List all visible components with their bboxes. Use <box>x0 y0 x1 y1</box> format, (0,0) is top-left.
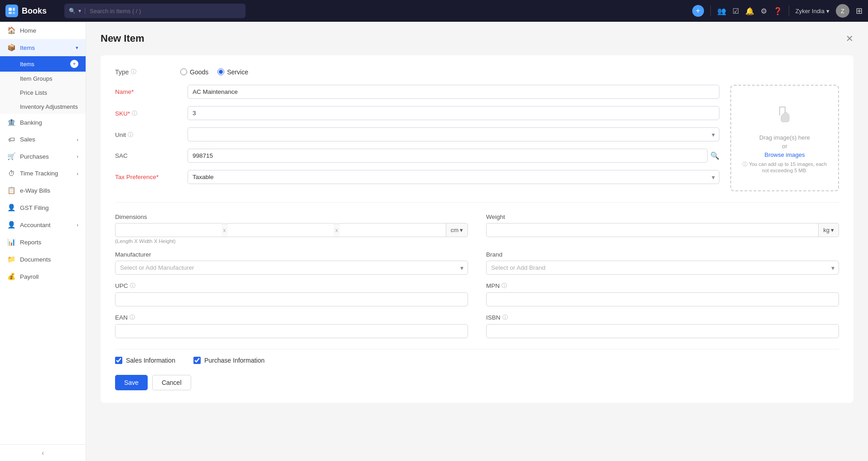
gst-icon: 👤 <box>7 204 15 212</box>
sidebar-item-documents[interactable]: 📁 Documents <box>0 251 86 268</box>
sidebar-item-items[interactable]: 📦 Items ▾ <box>0 39 86 56</box>
dim-unit-button[interactable]: cm ▾ <box>446 223 468 237</box>
sidebar-collapse-button[interactable]: ‹ <box>0 444 86 461</box>
browse-images-link[interactable]: Browse images <box>765 151 805 158</box>
apps-grid-icon[interactable]: ⊞ <box>856 6 863 16</box>
dimensions-label: Dimensions <box>115 214 468 220</box>
bell-icon[interactable]: 🔔 <box>745 7 754 15</box>
app-logo[interactable]: Books <box>5 5 60 17</box>
payroll-icon: 💰 <box>7 272 15 281</box>
unit-help-icon[interactable]: ⓘ <box>128 131 133 139</box>
tax-select[interactable]: Taxable Non-Taxable Exempt <box>188 170 719 184</box>
type-label: Type ⓘ <box>115 68 169 76</box>
settings-icon[interactable]: ⚙ <box>761 7 767 15</box>
sku-help-icon[interactable]: ⓘ <box>132 110 137 117</box>
sidebar-item-time-tracking[interactable]: ⏱ Time Tracking › <box>0 165 86 182</box>
name-input[interactable] <box>188 85 719 99</box>
eway-icon: 📋 <box>7 186 15 194</box>
time-tracking-icon: ⏱ <box>7 170 15 177</box>
ean-input[interactable] <box>115 324 468 338</box>
sidebar-item-item-groups[interactable]: Item Groups <box>0 72 86 86</box>
manufacturer-select[interactable]: Select or Add Manufacturer <box>115 261 468 275</box>
tax-row: Tax Preference* Taxable Non-Taxable Exem… <box>115 170 719 184</box>
image-upload-area[interactable]: Drag image(s) here or Browse images ⓘ Yo… <box>730 85 839 191</box>
type-help-icon[interactable]: ⓘ <box>131 68 136 76</box>
weight-input-group: kg ▾ <box>486 223 839 237</box>
sidebar-item-sales[interactable]: 🏷 Sales › <box>0 131 86 148</box>
mpn-help-icon[interactable]: ⓘ <box>502 282 507 290</box>
sales-info-checkbox[interactable] <box>115 357 122 364</box>
sac-search-icon[interactable]: 🔍 <box>710 151 719 160</box>
save-button[interactable]: Save <box>115 375 148 390</box>
items-icon: 📦 <box>7 44 15 52</box>
reports-icon: 📊 <box>7 238 15 246</box>
dimension-length-input[interactable] <box>115 223 222 237</box>
weight-input[interactable] <box>486 223 818 237</box>
dimension-width-input[interactable] <box>228 223 334 237</box>
form-fields: Name* SKU* ⓘ <box>115 85 719 191</box>
search-icon: 🔍 <box>69 8 76 14</box>
cancel-button[interactable]: Cancel <box>152 375 191 390</box>
purchase-info-checkbox[interactable] <box>193 357 201 364</box>
topnav: Books 🔍 ▾ + 👥 ☑ 🔔 ⚙ ❓ Zyker India ▾ Z ⊞ <box>0 0 868 22</box>
weight-field: Weight kg ▾ <box>486 214 839 244</box>
type-goods-option[interactable]: Goods <box>180 68 208 76</box>
type-service-option[interactable]: Service <box>217 68 248 76</box>
isbn-help-icon[interactable]: ⓘ <box>502 314 508 321</box>
sidebar-item-accountant[interactable]: 👤 Accountant › <box>0 216 86 233</box>
purchase-info-checkbox-label[interactable]: Purchase Information <box>193 357 265 364</box>
isbn-input[interactable] <box>486 324 839 338</box>
user-avatar[interactable]: Z <box>836 4 849 18</box>
brand-field: Brand Select or Add Brand <box>486 251 839 275</box>
unit-select[interactable] <box>188 127 719 141</box>
type-goods-radio[interactable] <box>180 68 187 75</box>
sidebar-item-home[interactable]: 🏠 Home <box>0 22 86 39</box>
sidebar-item-gst-filing[interactable]: 👤 GST Filing <box>0 199 86 216</box>
sac-label: SAC <box>115 149 188 159</box>
sidebar-item-reports[interactable]: 📊 Reports <box>0 233 86 251</box>
sales-info-checkbox-label[interactable]: Sales Information <box>115 357 175 364</box>
documents-icon: 📁 <box>7 255 15 263</box>
sac-input[interactable] <box>188 149 708 163</box>
add-item-button[interactable]: + <box>70 60 78 68</box>
sidebar-item-price-lists[interactable]: Price Lists <box>0 86 86 100</box>
sidebar-item-purchases[interactable]: 🛒 Purchases › <box>0 148 86 165</box>
mpn-input[interactable] <box>486 292 839 306</box>
weight-unit-button[interactable]: kg ▾ <box>818 223 839 237</box>
search-bar[interactable]: 🔍 ▾ <box>64 4 246 18</box>
checklist-icon[interactable]: ☑ <box>733 7 739 15</box>
dimension-height-input[interactable] <box>340 223 446 237</box>
org-selector[interactable]: Zyker India ▾ <box>796 8 829 15</box>
tax-field: Taxable Non-Taxable Exempt <box>188 170 719 184</box>
type-service-radio[interactable] <box>217 68 224 75</box>
type-radio-group: Goods Service <box>180 68 248 76</box>
svg-rect-0 <box>9 8 12 11</box>
upc-input[interactable] <box>115 292 468 306</box>
sidebar-item-banking[interactable]: 🏦 Banking <box>0 114 86 131</box>
sku-row: SKU* ⓘ <box>115 106 719 120</box>
chevron-right-icon4: › <box>77 222 78 228</box>
sidebar-item-items-list[interactable]: Items + <box>0 56 86 72</box>
dim-unit-chevron: ▾ <box>460 227 463 233</box>
sku-input[interactable] <box>188 106 719 120</box>
sidebar-item-inventory-adjustments[interactable]: Inventory Adjustments <box>0 100 86 114</box>
items-submenu: Items + Item Groups Price Lists Inventor… <box>0 56 86 114</box>
search-dropdown[interactable]: ▾ <box>78 8 85 14</box>
close-button[interactable]: ✕ <box>846 33 854 44</box>
sidebar-item-payroll[interactable]: 💰 Payroll <box>0 268 86 285</box>
brand-label: Brand <box>486 251 839 258</box>
brand-select[interactable]: Select or Add Brand <box>486 261 839 275</box>
dim-sep-2: x <box>333 223 340 237</box>
upc-mpn-row: UPC ⓘ MPN ⓘ <box>115 282 839 306</box>
help-icon[interactable]: ❓ <box>773 7 782 15</box>
users-icon[interactable]: 👥 <box>717 7 726 15</box>
add-button[interactable]: + <box>692 5 704 17</box>
content-area: New Item ✕ Type ⓘ Goods Service <box>86 22 868 461</box>
name-row: Name* <box>115 85 719 99</box>
ean-help-icon[interactable]: ⓘ <box>130 314 135 321</box>
home-icon: 🏠 <box>7 26 15 34</box>
dim-sep-1: x <box>222 223 228 237</box>
upc-help-icon[interactable]: ⓘ <box>130 282 135 290</box>
sidebar-item-eway-bills[interactable]: 📋 e-Way Bills <box>0 182 86 199</box>
search-input[interactable] <box>90 8 241 15</box>
